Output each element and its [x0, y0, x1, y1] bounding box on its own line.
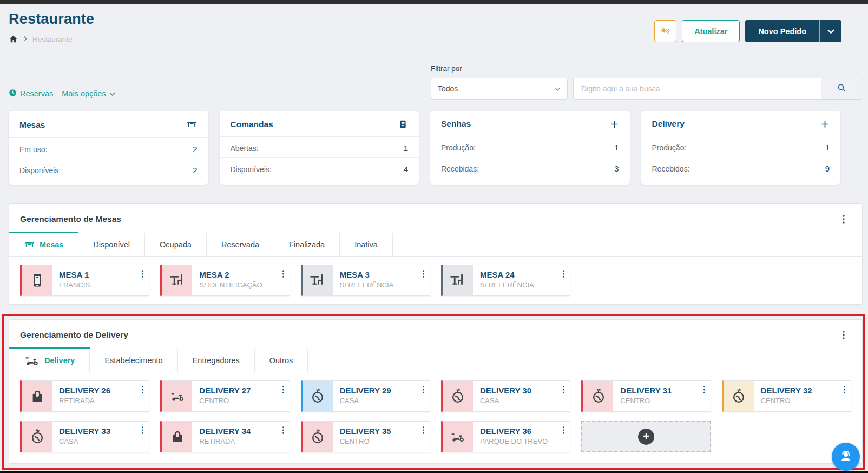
delivery-card[interactable]: DELIVERY 26RETIRADA: [20, 380, 149, 412]
support-chat-button[interactable]: [832, 443, 860, 471]
plus-circle-icon: +: [638, 429, 654, 445]
clock-icon: [9, 89, 17, 98]
bag-icon: [22, 381, 52, 411]
delivery-card-text: DELIVERY 31CENTRO: [613, 381, 677, 411]
summary-row-label: Produção:: [652, 143, 687, 152]
kebab-menu-icon[interactable]: [700, 385, 708, 397]
tab-mesas-inativa[interactable]: Inativa: [340, 233, 393, 256]
new-order-dropdown-toggle[interactable]: [819, 20, 841, 42]
filter-type-value: Todos: [438, 84, 458, 93]
mesa-card[interactable]: MESA 3S/ REFERÊNCIA: [301, 265, 430, 296]
reservas-link[interactable]: Reservas: [9, 89, 53, 98]
new-order-button[interactable]: Novo Pedido: [745, 20, 819, 42]
mesa-card[interactable]: MESA 1FRANCIS...: [20, 265, 149, 296]
chevron-down-icon: [109, 89, 115, 98]
tab-mesas-disponível[interactable]: Disponível: [78, 233, 145, 256]
kebab-menu-icon[interactable]: [836, 329, 851, 341]
plus-icon[interactable]: [820, 120, 830, 129]
tab-mesas-mesas[interactable]: Mesas: [9, 233, 78, 256]
kebab-menu-icon[interactable]: [139, 269, 147, 281]
receipt-icon[interactable]: [398, 119, 408, 129]
home-icon[interactable]: [9, 35, 18, 43]
summary-card: MesasEm uso:2Disponíveis:2: [9, 111, 208, 185]
refresh-button[interactable]: Atualizar: [682, 20, 740, 42]
kebab-menu-icon[interactable]: [279, 269, 287, 281]
summary-card-title: Delivery: [652, 119, 685, 129]
tab-delivery-delivery[interactable]: Delivery: [9, 349, 90, 372]
mesa-card-text: MESA 3S/ REFERÊNCIA: [333, 265, 399, 295]
kebab-menu-icon[interactable]: [560, 425, 568, 437]
kebab-menu-icon[interactable]: [419, 385, 428, 397]
summary-row-value: 4: [404, 165, 408, 174]
delivery-card-subtitle: CENTRO: [761, 397, 812, 405]
delivery-card[interactable]: DELIVERY 35CENTRO: [301, 421, 430, 452]
delivery-card[interactable]: DELIVERY 33CASA: [20, 421, 149, 452]
kebab-menu-icon[interactable]: [560, 385, 568, 397]
summary-row-value: 9: [825, 164, 830, 173]
breadcrumb-current: Restaurante: [32, 35, 73, 43]
chevron-down-icon: [554, 84, 561, 93]
tab-label: Inativa: [354, 240, 378, 249]
delivery-card-text: DELIVERY 32CENTRO: [754, 381, 818, 411]
delivery-cards-grid: DELIVERY 26RETIRADADELIVERY 27CENTRODELI…: [20, 380, 851, 452]
summary-row: Disponíveis:4: [220, 157, 419, 179]
table-icon[interactable]: [186, 119, 198, 130]
delivery-card[interactable]: DELIVERY 34RETIRADA: [160, 421, 290, 452]
delivery-card-text: DELIVERY 26RETIRADA: [52, 381, 116, 411]
delivery-card[interactable]: DELIVERY 36PARQUE DO TREVO: [441, 421, 570, 452]
mais-opcoes-dropdown[interactable]: Mais opções: [62, 89, 115, 98]
tab-label: Disponível: [93, 240, 130, 249]
mute-button[interactable]: [654, 20, 676, 42]
tab-delivery-estabelecimento[interactable]: Estabelecimento: [90, 349, 177, 372]
delivery-card-title: DELIVERY 29: [340, 386, 391, 395]
filter-type-select[interactable]: Todos: [431, 78, 568, 100]
chevron-right-icon: [23, 34, 28, 44]
delivery-card-subtitle: PARQUE DO TREVO: [480, 437, 548, 445]
mesa-card[interactable]: MESA 2S/ IDENTIFICAÇÃO: [160, 265, 290, 296]
tab-mesas-ocupada[interactable]: Ocupada: [145, 233, 207, 256]
delivery-card-title: DELIVERY 33: [59, 426, 110, 436]
kebab-menu-icon[interactable]: [560, 269, 568, 281]
delivery-card-text: DELIVERY 34RETIRADA: [192, 422, 256, 452]
tab-delivery-entregadores[interactable]: Entregadores: [178, 349, 255, 372]
table-chair-icon: [443, 265, 473, 295]
mesa-card-subtitle: S/ REFERÊNCIA: [340, 281, 394, 289]
add-delivery-button[interactable]: +: [581, 421, 711, 452]
delivery-card[interactable]: DELIVERY 27CENTRO: [160, 380, 290, 412]
mesa-card[interactable]: MESA 24S/ REFERÊNCIA: [441, 265, 570, 296]
plus-icon[interactable]: [610, 120, 619, 129]
mesas-tabbar: MesasDisponívelOcupadaReservadaFinalizad…: [9, 233, 862, 257]
tab-label: Delivery: [44, 356, 75, 365]
new-order-split-button: Novo Pedido: [745, 20, 841, 42]
kebab-menu-icon[interactable]: [279, 385, 287, 397]
delivery-card-subtitle: CASA: [59, 437, 110, 445]
summary-card: SenhasProdução:1Recebidas:3: [430, 111, 630, 185]
tab-mesas-reservada[interactable]: Reservada: [207, 233, 274, 256]
kebab-menu-icon[interactable]: [279, 425, 287, 437]
delivery-card-text: DELIVERY 30CASA: [473, 381, 537, 411]
kebab-menu-icon[interactable]: [139, 385, 147, 397]
window-frame-bottom: [0, 471, 868, 473]
tab-delivery-outros[interactable]: Outros: [255, 349, 308, 372]
delivery-card[interactable]: DELIVERY 31CENTRO: [581, 380, 711, 412]
delivery-card[interactable]: DELIVERY 30CASA: [441, 380, 570, 412]
tab-label: Estabelecimento: [104, 356, 162, 365]
delivery-card-title: DELIVERY 35: [340, 426, 391, 436]
delivery-card[interactable]: DELIVERY 29CASA: [301, 380, 430, 412]
kebab-menu-icon[interactable]: [419, 425, 428, 437]
tab-mesas-finalizada[interactable]: Finalizada: [274, 233, 340, 256]
mesa-card-subtitle: FRANCIS...: [59, 281, 96, 289]
mesa-card-title: MESA 2: [199, 270, 262, 279]
delivery-card[interactable]: DELIVERY 32CENTRO: [722, 380, 851, 412]
kebab-menu-icon[interactable]: [139, 425, 147, 437]
delivery-panel-header: Gerenciamento de Delivery: [9, 320, 862, 349]
kebab-menu-icon[interactable]: [836, 213, 851, 225]
kebab-menu-icon[interactable]: [840, 385, 849, 397]
search-input[interactable]: [573, 78, 821, 100]
search-button[interactable]: [821, 78, 862, 100]
delivery-panel-body: DELIVERY 26RETIRADADELIVERY 27CENTRODELI…: [9, 372, 862, 461]
tab-label: Ocupada: [160, 240, 192, 249]
kebab-menu-icon[interactable]: [419, 269, 428, 281]
mais-opcoes-label: Mais opções: [62, 89, 106, 98]
clock-fork-icon: [303, 381, 333, 411]
